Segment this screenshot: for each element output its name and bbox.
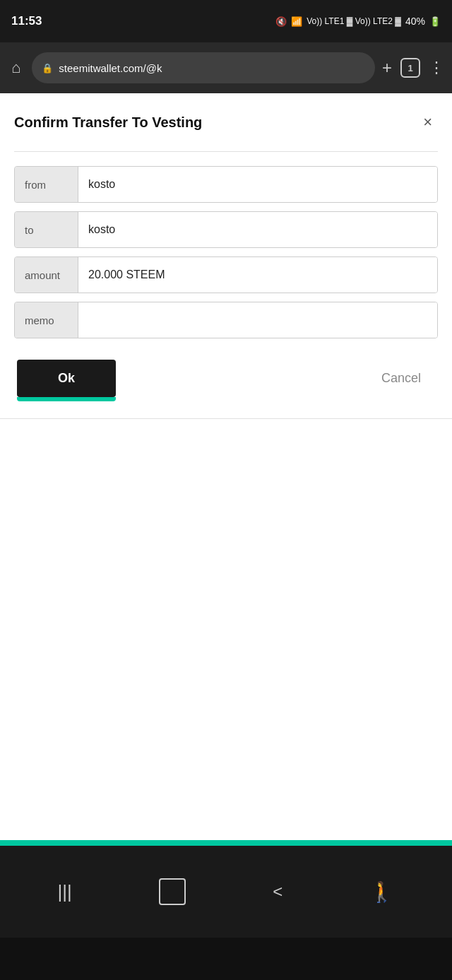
lock-icon: 🔒: [42, 63, 53, 73]
system-bar: [0, 938, 452, 980]
battery-icon: 🔋: [429, 16, 441, 27]
nav-accessibility-icon[interactable]: 🚶: [369, 880, 394, 904]
memo-label: memo: [15, 302, 78, 338]
to-field: to kosto: [14, 211, 438, 248]
cancel-button[interactable]: Cancel: [367, 360, 435, 397]
nav-menu-icon[interactable]: |||: [58, 881, 72, 903]
status-right-icons: 🔇 📶 Vo)) LTE1 ▓ Vo)) LTE2 ▓ 40% 🔋: [275, 16, 441, 27]
from-field: from kosto: [14, 166, 438, 203]
url-text: steemitwallet.com/@k: [59, 62, 162, 74]
close-button[interactable]: ×: [417, 110, 438, 134]
browser-bar: ⌂ 🔒 steemitwallet.com/@k + 1 ⋮: [0, 42, 452, 93]
tab-count[interactable]: 1: [400, 58, 420, 78]
battery-level: 40%: [405, 16, 425, 27]
status-bar: 11:53 🔇 📶 Vo)) LTE1 ▓ Vo)) LTE2 ▓ 40% 🔋: [0, 0, 452, 42]
from-value: kosto: [78, 167, 437, 202]
ok-button[interactable]: Ok: [17, 360, 116, 397]
memo-value: [78, 302, 437, 338]
navigation-bar: ||| < 🚶: [0, 846, 452, 938]
menu-icon[interactable]: ⋮: [429, 59, 445, 77]
divider: [14, 151, 438, 152]
to-label: to: [15, 212, 78, 247]
url-bar[interactable]: 🔒 steemitwallet.com/@k: [32, 52, 375, 83]
to-value: kosto: [78, 212, 437, 247]
teal-accent-bar: [0, 840, 452, 846]
signal-icon: Vo)) LTE1 ▓ Vo)) LTE2 ▓: [307, 16, 401, 26]
mute-icon: 🔇: [275, 16, 287, 27]
nav-back-icon[interactable]: <: [273, 882, 282, 902]
home-icon[interactable]: ⌂: [7, 54, 25, 81]
status-time: 11:53: [11, 14, 42, 28]
memo-field: memo: [14, 302, 438, 338]
dialog-title: Confirm Transfer To Vesting: [14, 114, 202, 131]
wifi-icon: 📶: [291, 16, 302, 27]
nav-home-icon[interactable]: [159, 878, 186, 905]
from-label: from: [15, 167, 78, 202]
amount-value: 20.000 STEEM: [78, 257, 437, 293]
button-row: Ok Cancel: [14, 360, 438, 397]
dialog-header: Confirm Transfer To Vesting ×: [14, 110, 438, 134]
confirm-transfer-dialog: Confirm Transfer To Vesting × from kosto…: [0, 93, 452, 419]
add-tab-icon[interactable]: +: [382, 58, 392, 78]
amount-label: amount: [15, 257, 78, 293]
browser-actions: + 1 ⋮: [382, 58, 445, 78]
amount-field: amount 20.000 STEEM: [14, 256, 438, 293]
